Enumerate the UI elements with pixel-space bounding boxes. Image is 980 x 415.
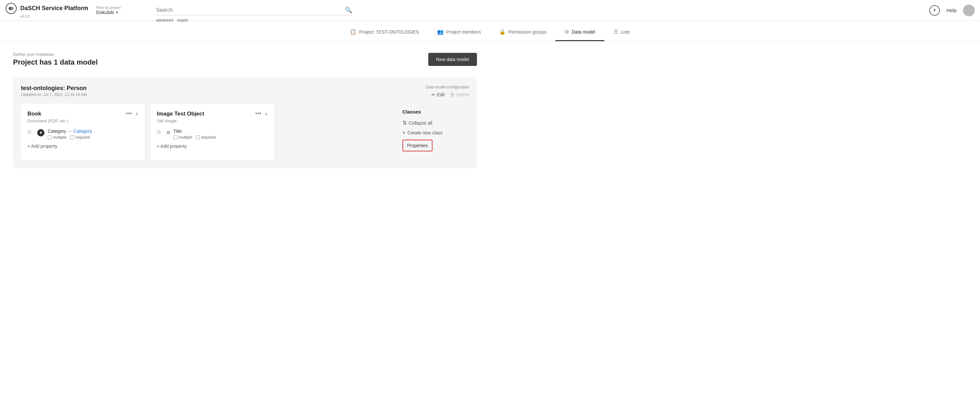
- lists-icon: ☰: [614, 29, 618, 35]
- data-model-section: test-ontologies: Person Updated on: Jul …: [13, 77, 477, 168]
- data-model-section-header: test-ontologies: Person Updated on: Jul …: [21, 85, 469, 97]
- properties-label: Properties: [407, 143, 428, 148]
- pencil-icon: ✏: [431, 92, 436, 97]
- required-label-image: required: [201, 135, 216, 139]
- search-tag-advanced[interactable]: advanced: [156, 18, 173, 22]
- three-dots-image[interactable]: •••: [255, 110, 261, 117]
- property-details-book: Category → Category multiple required: [48, 128, 92, 139]
- lock-icon: 🔒: [499, 29, 506, 35]
- app-title: DaSCH Service Platform: [20, 5, 88, 12]
- project-icon: 📋: [350, 29, 356, 35]
- trash-icon: 🗑: [450, 92, 455, 97]
- card-subtitle-image: Still Image: [157, 119, 268, 124]
- delete-label: Delete: [456, 92, 469, 97]
- filter-select[interactable]: Dokubib ▾: [96, 10, 148, 15]
- data-model-config: Data model configuration ✏ Edit 🗑 Delete: [404, 85, 469, 97]
- add-property-button-book[interactable]: + Add property: [27, 144, 57, 149]
- tab-lists-label: Lists: [620, 29, 630, 35]
- classes-sidebar: Classes ⇅ Collapse all + Create new clas…: [397, 104, 469, 160]
- search-area: 🔍 advanced expert: [156, 5, 929, 15]
- multiple-checkbox-image[interactable]: [173, 135, 177, 139]
- collapse-all-button[interactable]: ⇅ Collapse all: [402, 120, 432, 126]
- edit-button[interactable]: ✏ Edit: [431, 92, 445, 97]
- add-property-button-image[interactable]: + Add property: [157, 144, 186, 149]
- search-tag-expert[interactable]: expert: [177, 18, 188, 22]
- create-new-class-button[interactable]: + Create new class: [402, 130, 442, 136]
- required-checkbox[interactable]: [70, 135, 74, 139]
- add-button[interactable]: +: [929, 5, 940, 16]
- project-filter[interactable]: Filter by project Dokubib ▾: [96, 6, 148, 15]
- new-data-model-button[interactable]: New data model: [428, 53, 477, 66]
- multiple-checkbox-label: multiple: [48, 135, 66, 139]
- main-content: Define your metadata Project has 1 data …: [0, 41, 490, 179]
- class-card-book: Book ••• ∧ Document (PDF, etc.) 1) ▼ Cat…: [21, 104, 145, 160]
- model-name: test-ontologies: Person: [21, 85, 87, 92]
- tab-lists[interactable]: ☰ Lists: [605, 24, 639, 41]
- data-model-header-left: Define your metadata Project has 1 data …: [13, 52, 98, 67]
- property-number: 1): [27, 129, 34, 134]
- delete-button[interactable]: 🗑 Delete: [450, 92, 469, 97]
- app-version: v5.0.0: [20, 14, 30, 18]
- property-checkboxes-image: multiple required: [173, 135, 216, 139]
- property-name-book: Category → Category: [48, 128, 92, 134]
- tab-project-label: Project: TEST-ONTOLOGIES: [359, 29, 419, 35]
- property-name-text: Category →: [48, 128, 73, 134]
- collapse-all-label: Collapse all: [409, 120, 432, 126]
- collapse-image[interactable]: ∧: [265, 111, 268, 116]
- header: DaSCH Service Platform v5.0.0 Filter by …: [0, 0, 980, 21]
- required-label: required: [75, 135, 90, 139]
- data-model-title-block: test-ontologies: Person Updated on: Jul …: [21, 85, 87, 97]
- config-actions: ✏ Edit 🗑 Delete: [431, 92, 469, 97]
- config-label: Data model configuration: [426, 85, 469, 89]
- tab-members[interactable]: 👥 Project members: [428, 24, 490, 41]
- property-row-image: 1) ≡ Title multiple r: [157, 128, 268, 139]
- chevron-down-icon: ▾: [116, 10, 118, 15]
- create-new-class-label: Create new class: [407, 130, 442, 135]
- class-cards: Book ••• ∧ Document (PDF, etc.) 1) ▼ Cat…: [21, 104, 392, 160]
- header-right: + Help: [929, 5, 975, 16]
- search-icon[interactable]: 🔍: [345, 6, 352, 14]
- members-icon: 👥: [437, 29, 444, 35]
- card-header-right-book: ••• ∧: [126, 110, 138, 117]
- logo-area: DaSCH Service Platform v5.0.0: [5, 3, 88, 18]
- multiple-checkbox-label-image: multiple: [173, 135, 192, 139]
- multiple-checkbox[interactable]: [48, 135, 52, 139]
- tab-project[interactable]: 📋 Project: TEST-ONTOLOGIES: [341, 24, 428, 41]
- filter-label: Filter by project: [96, 6, 148, 10]
- user-avatar[interactable]: [963, 5, 975, 16]
- model-updated: Updated on: Jul 7, 2021, 11:34:16 AM: [21, 92, 87, 97]
- text-icon: ≡: [167, 129, 170, 136]
- card-title-image: Image Test Object: [157, 111, 204, 117]
- class-card-image: Image Test Object ••• ∧ Still Image 1) ≡…: [150, 104, 274, 160]
- search-input[interactable]: [156, 7, 345, 13]
- search-tags: advanced expert: [156, 18, 188, 22]
- required-checkbox-label: required: [70, 135, 90, 139]
- tab-permissions[interactable]: 🔒 Permission groups: [490, 24, 555, 41]
- search-bar[interactable]: 🔍: [156, 5, 352, 15]
- dasch-logo-icon: [5, 3, 17, 14]
- tab-permissions-label: Permission groups: [508, 29, 546, 35]
- class-cards-and-sidebar: Book ••• ∧ Document (PDF, etc.) 1) ▼ Cat…: [21, 104, 469, 160]
- help-link[interactable]: Help: [947, 8, 956, 13]
- card-subtitle-book: Document (PDF, etc.): [27, 119, 138, 124]
- three-dots-book[interactable]: •••: [126, 110, 132, 117]
- tab-datamodel[interactable]: ⚙ Data model: [555, 24, 605, 41]
- card-title-book: Book: [27, 111, 41, 117]
- property-details-image: Title multiple required: [173, 128, 216, 139]
- property-checkboxes-book: multiple required: [48, 135, 92, 139]
- required-checkbox-label-image: required: [196, 135, 216, 139]
- datamodel-icon: ⚙: [565, 29, 569, 35]
- nav-tabs: 📋 Project: TEST-ONTOLOGIES 👥 Project mem…: [0, 24, 980, 41]
- edit-label: Edit: [437, 92, 445, 97]
- filter-value: Dokubib: [96, 10, 114, 15]
- card-header-image: Image Test Object ••• ∧: [157, 110, 268, 117]
- property-name-image: Title: [173, 128, 216, 134]
- collapse-book[interactable]: ∧: [135, 111, 138, 116]
- properties-button[interactable]: Properties: [402, 139, 433, 151]
- data-model-title: Project has 1 data model: [13, 58, 98, 67]
- property-link[interactable]: Category: [73, 128, 92, 134]
- card-header-book: Book ••• ∧: [27, 110, 138, 117]
- required-checkbox-image[interactable]: [196, 135, 200, 139]
- property-number-image: 1): [157, 129, 163, 134]
- property-row: 1) ▼ Category → Category multiple: [27, 128, 138, 139]
